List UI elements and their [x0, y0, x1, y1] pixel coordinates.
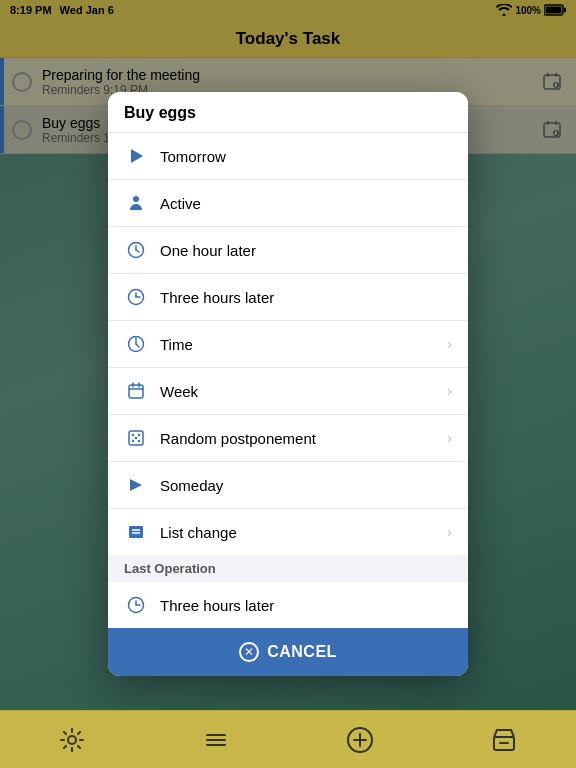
- modal-header: Buy eggs: [108, 92, 468, 133]
- modal-menu: Tomorrow Active One hour later: [108, 133, 468, 555]
- active-icon: [124, 191, 148, 215]
- cancel-x-icon: ✕: [239, 642, 259, 662]
- menu-item-three-hours[interactable]: Three hours later: [108, 274, 468, 321]
- cancel-button[interactable]: ✕ CANCEL: [108, 628, 468, 676]
- menu-item-week[interactable]: Week ›: [108, 368, 468, 415]
- last-operation-label: Three hours later: [160, 597, 452, 614]
- last-operation-item[interactable]: Three hours later: [108, 582, 468, 628]
- svg-rect-26: [129, 385, 143, 398]
- menu-item-one-hour[interactable]: One hour later: [108, 227, 468, 274]
- svg-point-34: [138, 440, 140, 442]
- time-icon: [124, 332, 148, 356]
- svg-point-31: [132, 434, 134, 436]
- last-operation-menu: Three hours later: [108, 582, 468, 628]
- tomorrow-icon: [124, 144, 148, 168]
- add-task-button[interactable]: [340, 720, 380, 760]
- menu-item-someday[interactable]: Someday: [108, 462, 468, 509]
- list-change-icon: [124, 520, 148, 544]
- menu-label-one-hour: One hour later: [160, 242, 452, 259]
- modal-backdrop: Buy eggs Tomorrow Active: [0, 0, 576, 768]
- svg-line-19: [136, 250, 139, 252]
- last-operation-icon: [124, 593, 148, 617]
- menu-item-tomorrow[interactable]: Tomorrow: [108, 133, 468, 180]
- menu-label-tomorrow: Tomorrow: [160, 148, 452, 165]
- bottom-toolbar: [0, 710, 576, 768]
- svg-marker-36: [130, 479, 142, 491]
- menu-item-time[interactable]: Time ›: [108, 321, 468, 368]
- list-view-button[interactable]: [196, 720, 236, 760]
- menu-label-random: Random postponement: [160, 430, 447, 447]
- last-operation-header: Last Operation: [108, 555, 468, 582]
- menu-item-list-change[interactable]: List change ›: [108, 509, 468, 555]
- postpone-modal: Buy eggs Tomorrow Active: [108, 92, 468, 676]
- random-chevron-icon: ›: [447, 430, 452, 446]
- archive-button[interactable]: [484, 720, 524, 760]
- svg-point-35: [135, 437, 137, 439]
- three-hours-icon: [124, 285, 148, 309]
- menu-label-list-change: List change: [160, 524, 447, 541]
- random-icon: [124, 426, 148, 450]
- svg-point-16: [133, 196, 139, 202]
- settings-button[interactable]: [52, 720, 92, 760]
- svg-rect-37: [129, 526, 143, 538]
- svg-line-25: [136, 344, 139, 347]
- menu-label-week: Week: [160, 383, 447, 400]
- list-change-chevron-icon: ›: [447, 524, 452, 540]
- list-icon: [203, 727, 229, 753]
- menu-label-three-hours: Three hours later: [160, 289, 452, 306]
- svg-point-32: [138, 434, 140, 436]
- modal-title: Buy eggs: [124, 104, 196, 121]
- week-icon: [124, 379, 148, 403]
- inbox-icon: [491, 727, 517, 753]
- menu-item-active[interactable]: Active: [108, 180, 468, 227]
- menu-label-active: Active: [160, 195, 452, 212]
- week-chevron-icon: ›: [447, 383, 452, 399]
- svg-point-33: [132, 440, 134, 442]
- gear-icon: [59, 727, 85, 753]
- plus-circle-icon: [346, 726, 374, 754]
- menu-label-time: Time: [160, 336, 447, 353]
- one-hour-icon: [124, 238, 148, 262]
- svg-marker-15: [131, 149, 143, 163]
- svg-point-43: [68, 736, 76, 744]
- time-chevron-icon: ›: [447, 336, 452, 352]
- section-header-label: Last Operation: [124, 561, 216, 576]
- cancel-label: CANCEL: [267, 643, 337, 661]
- menu-item-random[interactable]: Random postponement ›: [108, 415, 468, 462]
- menu-label-someday: Someday: [160, 477, 452, 494]
- someday-icon: [124, 473, 148, 497]
